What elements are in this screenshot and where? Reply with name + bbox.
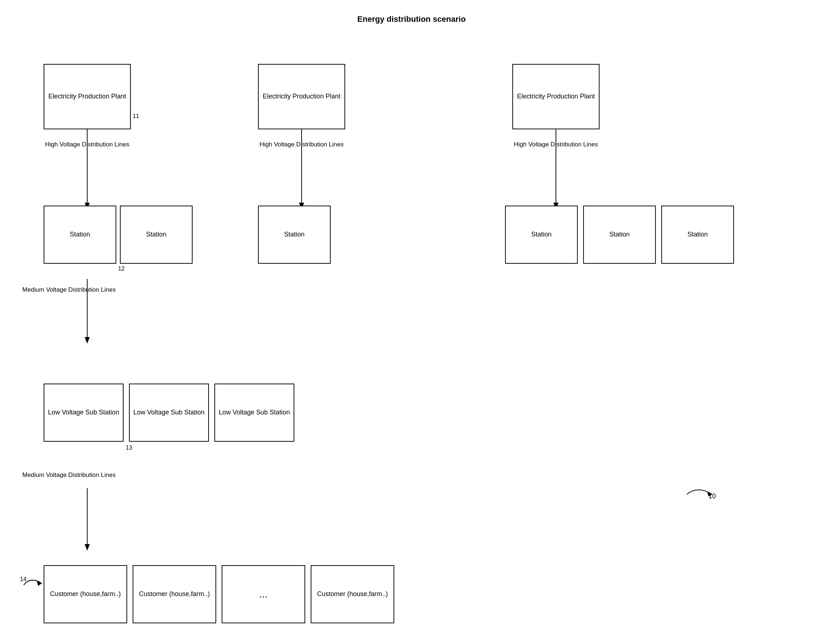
customer-2-box: Customer (house,farm..) [133, 565, 216, 623]
svg-marker-10 [707, 491, 712, 497]
ref-10-arrow [683, 483, 727, 505]
plant-3-box: Electricity Production Plant [512, 64, 600, 129]
hv-line-label-1: High Voltage Distribution Lines [36, 140, 138, 149]
customer-1-box: Customer (house,farm..) [44, 565, 127, 623]
mv-line-label-2: Medium Voltage Distribution Lines [22, 471, 116, 480]
page-title: Energy distribution scenario [0, 0, 823, 24]
station-3b-box: Station [583, 205, 656, 264]
station-1b-box: Station [120, 205, 193, 264]
ref-11: 11 [133, 113, 139, 120]
diagram-container: Electricity Production Plant Electricity… [0, 35, 823, 644]
lv-sub-1-box: Low Voltage Sub Station [44, 383, 124, 442]
lv-sub-2-box: Low Voltage Sub Station [129, 383, 209, 442]
station-2-box: Station [258, 205, 331, 264]
customer-ellipsis-box: ... [222, 565, 305, 623]
mv-line-label-1: Medium Voltage Distribution Lines [22, 285, 116, 294]
hv-line-label-3: High Voltage Distribution Lines [505, 140, 607, 149]
station-3a-box: Station [505, 205, 578, 264]
svg-marker-9 [84, 544, 90, 550]
station-3c-box: Station [661, 205, 734, 264]
ref-13: 13 [126, 445, 132, 451]
plant-2-box: Electricity Production Plant [258, 64, 345, 129]
station-1a-box: Station [44, 205, 116, 264]
ref-14-arrow [20, 574, 49, 592]
ref-12: 12 [118, 265, 124, 272]
plant-1-box: Electricity Production Plant [44, 64, 131, 129]
lv-sub-3-box: Low Voltage Sub Station [214, 383, 294, 442]
customer-4-box: Customer (house,farm..) [311, 565, 394, 623]
hv-line-label-2: High Voltage Distribution Lines [251, 140, 352, 149]
svg-marker-7 [84, 337, 90, 343]
